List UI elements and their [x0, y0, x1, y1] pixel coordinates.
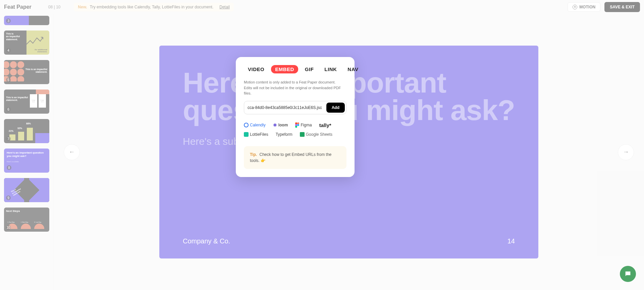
- tool-figma: Figma: [295, 122, 312, 128]
- chat-icon: [624, 270, 632, 278]
- add-button[interactable]: Add: [326, 103, 345, 113]
- tip-box: Tip. Check how to get Embed URLs from th…: [244, 146, 346, 169]
- svg-point-3: [297, 124, 299, 126]
- tool-label: Figma: [301, 123, 312, 127]
- tool-label: Typeform: [276, 132, 292, 137]
- chat-button[interactable]: [620, 266, 636, 282]
- tab-embed[interactable]: EMBED: [271, 65, 298, 73]
- tool-tally: tally*: [319, 122, 331, 128]
- tool-label: Calendly: [250, 123, 266, 127]
- loom-icon: ✱: [273, 122, 277, 128]
- modal-description: Motion content is only added to a Feat P…: [244, 79, 346, 96]
- tab-video[interactable]: VIDEO: [244, 65, 268, 73]
- figma-icon: [295, 122, 299, 128]
- tool-label: LottieFiles: [250, 132, 268, 137]
- tool-label: Google Sheets: [306, 132, 332, 137]
- tool-calendly: Calendly: [244, 123, 266, 127]
- supported-tools: Calendly ✱ loom Figma tally* LottieFiles…: [244, 122, 346, 137]
- modal-description-line: Edits will not be included in the origin…: [244, 85, 346, 96]
- modal-tabs: VIDEO EMBED GIF LINK NAV: [244, 65, 346, 73]
- tab-link[interactable]: LINK: [320, 65, 341, 73]
- tool-loom: ✱ loom: [273, 122, 288, 128]
- tool-typeform: Typeform: [276, 132, 292, 137]
- tab-nav[interactable]: NAV: [343, 65, 362, 73]
- embed-url-row: Add: [244, 101, 346, 114]
- motion-modal: VIDEO EMBED GIF LINK NAV Motion content …: [236, 57, 355, 177]
- tool-google-sheets: Google Sheets: [300, 132, 332, 137]
- lottiefiles-icon: [244, 132, 249, 137]
- tool-lottiefiles: LottieFiles: [244, 132, 268, 137]
- modal-description-line: Motion content is only added to a Feat P…: [244, 79, 346, 85]
- embed-url-input[interactable]: [246, 103, 324, 113]
- google-sheets-icon: [300, 132, 305, 137]
- tip-text: Check how to get Embed URLs from the too…: [250, 152, 331, 163]
- tip-label: Tip.: [250, 152, 257, 157]
- tab-gif[interactable]: GIF: [301, 65, 318, 73]
- tool-label: tally*: [319, 122, 331, 128]
- calendly-icon: [244, 123, 249, 127]
- svg-point-4: [295, 126, 297, 128]
- tool-label: loom: [278, 123, 288, 127]
